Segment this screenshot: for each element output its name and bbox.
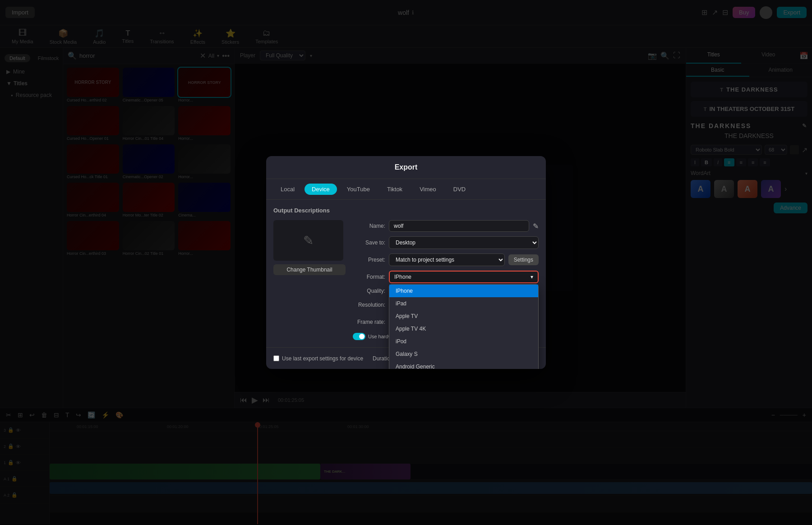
tab-device[interactable]: Device bbox=[304, 184, 337, 195]
format-dropdown-list: IPhone iPad Apple TV Apple TV 4K iPod Ga… bbox=[389, 284, 539, 369]
chevron-down-icon: ▾ bbox=[531, 274, 533, 280]
dropdown-item-iphone[interactable]: IPhone bbox=[389, 285, 538, 297]
resolution-label: Resolution: bbox=[353, 302, 385, 308]
quality-label: Quality: bbox=[353, 288, 385, 294]
export-modal: Export Local Device YouTube Tiktok Vimeo… bbox=[266, 156, 546, 369]
format-dropdown-container: IPhone ▾ IPhone iPad Apple TV Apple TV 4… bbox=[389, 271, 539, 283]
name-row: Name: ✎ bbox=[353, 220, 539, 232]
format-dropdown-button[interactable]: IPhone ▾ bbox=[389, 271, 539, 283]
change-thumbnail-button[interactable]: Change Thumbnail bbox=[273, 264, 346, 275]
preset-row: Preset: Match to project settings Settin… bbox=[353, 253, 539, 266]
form-area: Name: ✎ Save to: Desktop Preset: Match t bbox=[353, 220, 539, 340]
modal-title: Export bbox=[266, 156, 546, 179]
tab-youtube[interactable]: YouTube bbox=[340, 184, 377, 195]
dropdown-item-android[interactable]: Android Generic bbox=[389, 360, 538, 369]
use-last-settings-checkbox[interactable]: Use last export settings for device bbox=[273, 355, 363, 362]
output-descriptions-label: Output Descriptions bbox=[273, 207, 539, 214]
thumbnail-box: ✎ bbox=[273, 220, 343, 261]
save-to-select[interactable]: Desktop bbox=[389, 236, 539, 249]
save-to-label: Save to: bbox=[353, 239, 385, 246]
hardware-accel-toggle[interactable] bbox=[353, 333, 365, 340]
settings-button[interactable]: Settings bbox=[508, 254, 539, 265]
dropdown-item-ipad[interactable]: iPad bbox=[389, 297, 538, 310]
name-input[interactable] bbox=[389, 220, 529, 232]
tab-vimeo[interactable]: Vimeo bbox=[412, 184, 443, 195]
dropdown-item-ipod[interactable]: iPod bbox=[389, 335, 538, 348]
export-tabs: Local Device YouTube Tiktok Vimeo DVD bbox=[266, 179, 546, 200]
save-to-row: Save to: Desktop bbox=[353, 236, 539, 249]
tab-tiktok[interactable]: Tiktok bbox=[380, 184, 410, 195]
edit-thumbnail-icon: ✎ bbox=[303, 233, 314, 248]
tab-local[interactable]: Local bbox=[273, 184, 302, 195]
tab-dvd[interactable]: DVD bbox=[446, 184, 473, 195]
preset-label: Preset: bbox=[353, 257, 385, 263]
modal-two-col: ✎ Change Thumbnail Name: ✎ Save to: Desk… bbox=[273, 220, 539, 340]
format-row: Format: IPhone ▾ IPhone iPad Apple TV Ap… bbox=[353, 271, 539, 283]
use-last-settings-input[interactable] bbox=[273, 355, 279, 361]
thumbnail-area: ✎ Change Thumbnail bbox=[273, 220, 346, 340]
modal-overlay[interactable]: Export Local Device YouTube Tiktok Vimeo… bbox=[0, 0, 812, 525]
use-last-settings-label: Use last export settings for device bbox=[282, 355, 363, 362]
edit-icon[interactable]: ✎ bbox=[533, 222, 539, 230]
preset-select[interactable]: Match to project settings bbox=[389, 253, 505, 266]
format-selected-value: IPhone bbox=[394, 274, 411, 280]
dropdown-item-galaxys[interactable]: Galaxy S bbox=[389, 348, 538, 360]
framerate-label: Frame rate: bbox=[353, 319, 385, 325]
dropdown-item-appletv[interactable]: Apple TV bbox=[389, 310, 538, 322]
format-label: Format: bbox=[353, 274, 385, 280]
dropdown-item-appletv4k[interactable]: Apple TV 4K bbox=[389, 322, 538, 335]
name-label: Name: bbox=[353, 223, 385, 229]
modal-body: Output Descriptions ✎ Change Thumbnail N… bbox=[266, 200, 546, 347]
